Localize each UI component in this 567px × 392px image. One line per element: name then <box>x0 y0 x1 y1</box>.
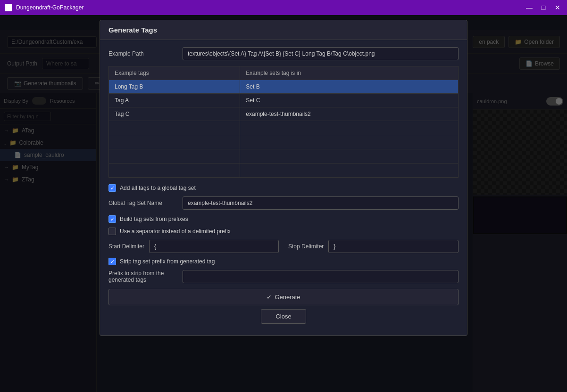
table-row-empty <box>109 149 459 163</box>
generate-tags-dialog: Generate Tags Example Path Example tags … <box>100 20 467 336</box>
dialog-body: Example Path Example tags Example sets t… <box>100 40 467 331</box>
table-row[interactable]: Tag C example-test-thumbnails2 <box>109 107 459 121</box>
dialog-title: Generate Tags <box>100 20 467 40</box>
tags-col-header: Example tags <box>109 66 240 80</box>
use-separator-checkbox[interactable] <box>108 228 116 235</box>
sets-col-header: Example sets tag is in <box>240 66 459 80</box>
strip-prefix-checkbox[interactable]: ✓ <box>108 258 116 265</box>
check-icon-strip: ✓ <box>110 259 115 265</box>
table-row-empty <box>109 163 459 178</box>
global-tag-name-row: Global Tag Set Name <box>108 196 459 210</box>
close-button[interactable]: Close <box>261 309 306 324</box>
titlebar: Dungeondraft-GoPackager — □ ✕ <box>0 0 567 15</box>
start-delimiter-item: Start Delimiter <box>108 240 279 253</box>
table-row-empty <box>109 135 459 149</box>
strip-prefix-checkbox-row: ✓ Strip tag set prefix from generated ta… <box>108 258 459 265</box>
close-button[interactable]: ✕ <box>553 3 562 12</box>
set-cell: Set B <box>240 80 459 94</box>
build-tag-sets-label: Build tag sets from prefixes <box>120 216 188 222</box>
prefix-strip-input[interactable] <box>183 270 459 283</box>
window-controls: — □ ✕ <box>525 3 562 12</box>
tags-table: Example tags Example sets tag is in Long… <box>108 66 459 178</box>
close-button-label: Close <box>275 313 291 320</box>
example-path-label: Example Path <box>108 50 177 57</box>
generate-button[interactable]: ✓ Generate <box>108 289 459 305</box>
stop-delimiter-item: Stop Delimiter <box>288 240 459 253</box>
minimize-button[interactable]: — <box>525 3 534 12</box>
use-separator-label: Use a separator instead of a delimited p… <box>120 228 231 235</box>
start-delimiter-label: Start Delimiter <box>108 243 144 250</box>
prefix-strip-row: Prefix to strip from the generated tags <box>108 270 459 283</box>
build-tag-sets-checkbox-row: ✓ Build tag sets from prefixes <box>108 215 459 223</box>
global-tag-set-label: Add all tags to a global tag set <box>120 185 196 191</box>
check-icon-build: ✓ <box>110 216 115 222</box>
delimiter-row: Start Delimiter Stop Delimiter <box>108 240 459 253</box>
prefix-strip-label: Prefix to strip from the generated tags <box>108 270 177 283</box>
maximize-button[interactable]: □ <box>539 3 548 12</box>
global-tag-set-checkbox-row: ✓ Add all tags to a global tag set <box>108 184 459 192</box>
check-icon: ✓ <box>110 185 115 191</box>
strip-prefix-label: Strip tag set prefix from generated tag <box>120 258 215 265</box>
set-cell: example-test-thumbnails2 <box>240 107 459 121</box>
example-path-input[interactable] <box>183 47 459 60</box>
generate-button-label: Generate <box>275 294 300 301</box>
tag-cell: Long Tag B <box>109 80 240 94</box>
generate-check-icon: ✓ <box>267 294 272 301</box>
use-separator-checkbox-row: Use a separator instead of a delimited p… <box>108 228 459 235</box>
start-delimiter-input[interactable] <box>149 240 279 253</box>
build-tag-sets-checkbox[interactable]: ✓ <box>108 215 116 223</box>
table-row[interactable]: Tag A Set C <box>109 94 459 107</box>
global-tag-name-label: Global Tag Set Name <box>108 200 177 206</box>
stop-delimiter-input[interactable] <box>328 240 459 253</box>
table-row-empty <box>109 121 459 135</box>
tag-cell: Tag A <box>109 94 240 107</box>
global-tag-set-checkbox[interactable]: ✓ <box>108 184 116 192</box>
set-cell: Set C <box>240 94 459 107</box>
app-icon <box>5 4 12 11</box>
global-tag-name-input[interactable] <box>183 196 459 210</box>
app-title: Dungeondraft-GoPackager <box>16 4 525 11</box>
tag-cell: Tag C <box>109 107 240 121</box>
stop-delimiter-label: Stop Delimiter <box>288 243 324 250</box>
table-row[interactable]: Long Tag B Set B <box>109 80 459 94</box>
example-path-row: Example Path <box>108 47 459 60</box>
